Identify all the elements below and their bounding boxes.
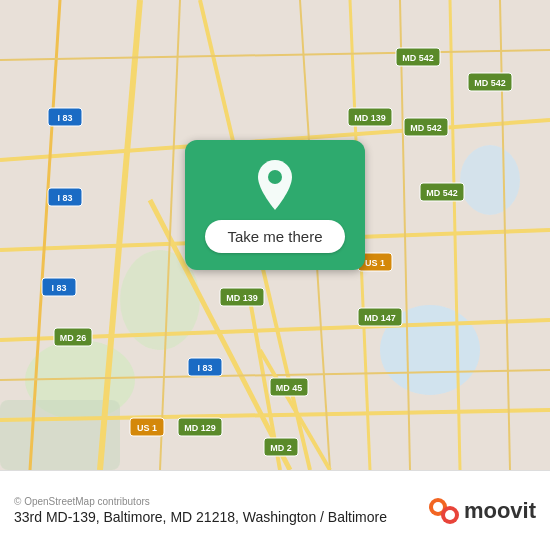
svg-text:MD 542: MD 542	[402, 53, 434, 63]
svg-point-4	[460, 145, 520, 215]
svg-text:MD 147: MD 147	[364, 313, 396, 323]
svg-text:I 83: I 83	[197, 363, 212, 373]
take-me-there-button[interactable]: Take me there	[205, 220, 344, 253]
attribution-text: © OpenStreetMap contributors	[14, 496, 387, 507]
svg-text:I 83: I 83	[57, 193, 72, 203]
bottom-bar: © OpenStreetMap contributors 33rd MD-139…	[0, 470, 550, 550]
svg-text:MD 129: MD 129	[184, 423, 216, 433]
pin-area: Take me there	[185, 140, 365, 270]
svg-point-62	[445, 510, 455, 520]
svg-text:MD 139: MD 139	[354, 113, 386, 123]
svg-text:I 83: I 83	[51, 283, 66, 293]
svg-text:US 1: US 1	[365, 258, 385, 268]
address-text: 33rd MD-139, Baltimore, MD 21218, Washin…	[14, 509, 387, 525]
moovit-logo: moovit	[428, 493, 536, 529]
button-overlay: Take me there	[185, 140, 365, 270]
svg-text:MD 139: MD 139	[226, 293, 258, 303]
map-pin-icon	[253, 158, 297, 212]
svg-point-58	[268, 170, 282, 184]
svg-point-61	[433, 502, 443, 512]
svg-text:MD 542: MD 542	[410, 123, 442, 133]
svg-text:I 83: I 83	[57, 113, 72, 123]
map-container: I 83 I 83 I 83 I 83 MD 139 MD 139 MD 542…	[0, 0, 550, 470]
svg-text:MD 2: MD 2	[270, 443, 292, 453]
app: I 83 I 83 I 83 I 83 MD 139 MD 139 MD 542…	[0, 0, 550, 550]
svg-text:MD 542: MD 542	[474, 78, 506, 88]
svg-text:MD 45: MD 45	[276, 383, 303, 393]
moovit-brand-text: moovit	[464, 498, 536, 524]
svg-text:US 1: US 1	[137, 423, 157, 433]
bottom-left: © OpenStreetMap contributors 33rd MD-139…	[14, 496, 387, 525]
svg-text:MD 542: MD 542	[426, 188, 458, 198]
moovit-icon	[428, 493, 460, 529]
svg-text:MD 26: MD 26	[60, 333, 87, 343]
